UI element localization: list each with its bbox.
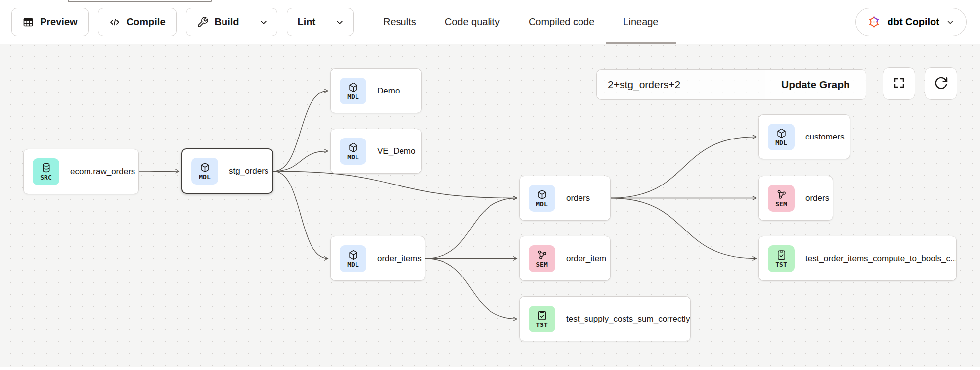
database-icon (41, 162, 52, 174)
edge-stg_orders-to-order_items (273, 171, 328, 259)
node-type-badge: SRC (33, 158, 59, 185)
compile-button[interactable]: Compile (98, 8, 177, 36)
preview-button[interactable]: Preview (11, 8, 89, 36)
node-type-badge: TST (768, 245, 795, 272)
lineage-node-order_items[interactable]: MDLorder_items (330, 236, 425, 281)
build-button-group: Build (186, 8, 277, 36)
copilot-label: dbt Copilot (887, 16, 939, 28)
bottom-strip (0, 367, 980, 370)
edge-orders_mdl-to-customers (611, 137, 756, 198)
node-label: Demo (377, 86, 400, 96)
node-type-badge: TST (529, 306, 555, 332)
table-icon (22, 16, 34, 28)
node-label: order_item (566, 254, 606, 264)
node-type-label: MDL (536, 201, 547, 208)
edge-stg_orders-to-demo (273, 91, 328, 172)
edge-ecom_raw_orders-to-stg_orders (139, 171, 179, 172)
tab-bar: Results Code quality Compiled code Linea… (383, 0, 659, 44)
lint-label: Lint (298, 16, 316, 28)
cube-icon (199, 162, 211, 173)
tab-lineage[interactable]: Lineage (623, 0, 658, 44)
node-type-badge: MDL (340, 78, 366, 104)
dbt-copilot-button[interactable]: dbt Copilot (855, 8, 967, 36)
cube-icon (348, 142, 359, 153)
tab-results[interactable]: Results (383, 0, 416, 44)
lineage-node-test_order_items[interactable]: TSTtest_order_items_compute_to_bools_c..… (758, 236, 957, 281)
lineage-node-orders_mdl[interactable]: MDLorders (519, 176, 611, 221)
lint-button[interactable]: Lint (287, 8, 326, 36)
node-type-label: MDL (347, 154, 358, 161)
node-label: VE_Demo (377, 146, 415, 156)
lineage-canvas[interactable]: SRCecom.raw_ordersMDLstg_ordersMDLDemoMD… (0, 44, 980, 370)
edge-stg_orders-to-orders_mdl (273, 171, 517, 198)
node-type-badge: SEM (768, 185, 795, 212)
chevron-down-icon (259, 17, 268, 27)
fullscreen-button[interactable] (883, 67, 915, 100)
node-label: order_items (377, 254, 422, 264)
lint-button-group: Lint (287, 8, 354, 36)
cube-icon (776, 128, 787, 139)
selector-input[interactable] (597, 70, 765, 99)
node-label: stg_orders (229, 166, 268, 176)
tab-code-quality[interactable]: Code quality (445, 0, 500, 44)
node-type-label: SEM (536, 261, 547, 268)
editor-tab-fragment (68, 0, 212, 2)
network-icon (776, 189, 787, 200)
dbt-logo-icon (867, 15, 881, 29)
node-type-label: MDL (347, 261, 358, 268)
build-label: Build (215, 16, 239, 28)
tab-compiled-code[interactable]: Compiled code (529, 0, 594, 44)
node-type-badge: MDL (768, 124, 795, 150)
node-type-label: MDL (199, 174, 210, 181)
node-type-label: TST (775, 261, 787, 268)
compile-label: Compile (127, 16, 166, 28)
lineage-node-test_supply[interactable]: TSTtest_supply_costs_sum_correctly (519, 296, 691, 341)
node-type-badge: SEM (529, 245, 555, 272)
graph-selector: Update Graph (596, 69, 866, 100)
node-type-badge: MDL (191, 158, 218, 185)
clipboard-check-icon (776, 249, 787, 261)
lineage-node-ecom_raw_orders[interactable]: SRCecom.raw_orders (23, 149, 139, 194)
update-graph-button[interactable]: Update Graph (765, 70, 866, 99)
toolbar-actions: Preview Compile Build (11, 8, 354, 36)
edge-orders_mdl-to-test_order_items (611, 198, 756, 259)
node-label: orders (566, 193, 590, 203)
cube-icon (348, 82, 359, 93)
edge-order_items-to-orders_mdl (425, 198, 517, 259)
node-type-label: SEM (775, 201, 787, 208)
lineage-node-ve_demo[interactable]: MDLVE_Demo (330, 129, 422, 174)
node-type-badge: MDL (529, 185, 555, 212)
chevron-down-icon (946, 18, 955, 27)
node-label: test_order_items_compute_to_bools_c... (805, 254, 957, 264)
refresh-button[interactable] (925, 67, 957, 100)
fullscreen-icon (892, 76, 906, 91)
node-type-label: SRC (40, 174, 51, 181)
node-label: ecom.raw_orders (70, 167, 135, 177)
refresh-icon (934, 76, 948, 92)
node-label: test_supply_costs_sum_correctly (566, 314, 690, 324)
node-label: orders (805, 193, 829, 203)
node-type-badge: MDL (340, 138, 366, 165)
node-label: customers (805, 132, 844, 142)
wrench-icon (197, 16, 209, 28)
code-icon (109, 16, 121, 28)
toolbar: Preview Compile Build (0, 0, 980, 44)
node-type-label: TST (536, 322, 547, 328)
toolbar-divider (354, 0, 354, 44)
clipboard-check-icon (536, 310, 548, 321)
edge-order_items-to-test_supply (425, 259, 517, 319)
node-type-badge: MDL (340, 245, 366, 272)
network-icon (536, 249, 548, 261)
edge-stg_orders-to-ve_demo (273, 151, 328, 172)
lint-dropdown-button[interactable] (326, 8, 353, 36)
preview-label: Preview (40, 16, 78, 28)
lineage-node-order_item_sem[interactable]: SEMorder_item (519, 236, 611, 281)
build-button[interactable]: Build (186, 8, 250, 36)
build-dropdown-button[interactable] (250, 8, 277, 36)
node-type-label: MDL (775, 139, 787, 146)
cube-icon (348, 249, 359, 261)
lineage-node-stg_orders[interactable]: MDLstg_orders (181, 148, 273, 194)
lineage-node-orders_sem[interactable]: SEMorders (758, 176, 833, 221)
lineage-node-demo[interactable]: MDLDemo (330, 68, 422, 113)
lineage-node-customers[interactable]: MDLcustomers (758, 114, 850, 159)
